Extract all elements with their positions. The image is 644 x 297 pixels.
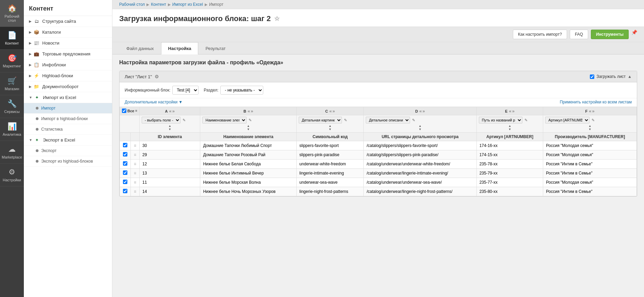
row-handle-cell[interactable]: ≡ bbox=[131, 169, 140, 178]
sidebar-item-marketplace[interactable]: ☁ Marketplace bbox=[0, 141, 24, 164]
nav-item-import-excel[interactable]: ▼ ✦ Импорт из Excel bbox=[24, 92, 112, 103]
scroll-left-btn[interactable]: « bbox=[329, 109, 332, 114]
row-checkbox[interactable] bbox=[123, 143, 127, 147]
breadcrumb-desktop[interactable]: Рабочий стол bbox=[119, 2, 145, 7]
scroll-right-btn[interactable]: » bbox=[592, 109, 595, 114]
tab-result[interactable]: Результат bbox=[198, 42, 233, 54]
nav-item-catalogs[interactable]: ▶ 📦 Каталоги bbox=[24, 27, 112, 38]
sidebar-item-desktop[interactable]: 🏠 Рабочий стол bbox=[0, 0, 24, 27]
nav-item-documents[interactable]: ▶ 📁 Документооборот bbox=[24, 81, 112, 92]
row-checkbox[interactable] bbox=[123, 170, 127, 175]
row-checkbox[interactable] bbox=[123, 161, 127, 166]
scroll-left-btn[interactable]: « bbox=[169, 109, 171, 114]
nav-item-infoblocks[interactable]: ▶ 📋 Инфоблоки bbox=[24, 60, 112, 70]
col-b-edit-btn[interactable]: ✎ bbox=[248, 118, 253, 123]
col-f-edit-btn[interactable]: ✎ bbox=[591, 118, 596, 123]
row-handle-cell[interactable]: ≡ bbox=[131, 160, 140, 169]
all-header: Все ≡ bbox=[120, 107, 140, 115]
breadcrumb-import-excel[interactable]: Импорт из Excel bbox=[172, 2, 203, 7]
nav-item-news[interactable]: ▶ 📰 Новости bbox=[24, 38, 112, 49]
nav-item-export-excel[interactable]: ▼ ✦ Экспорт в Excel bbox=[24, 135, 112, 146]
row-checkbox[interactable] bbox=[123, 180, 127, 184]
nav-up-icon[interactable]: ▲ bbox=[419, 124, 422, 128]
highload-icon: ⚡ bbox=[33, 73, 40, 78]
nav-down-icon[interactable]: ▼ bbox=[329, 128, 332, 131]
scroll-right-btn[interactable]: » bbox=[251, 109, 253, 114]
sheet-gear-icon[interactable]: ⚙ bbox=[155, 74, 159, 79]
nav-down-icon[interactable]: ▼ bbox=[247, 128, 250, 131]
additional-settings-link[interactable]: Дополнительные настройки ▼ bbox=[125, 100, 183, 104]
row-handle-cell[interactable]: ≡ bbox=[131, 141, 140, 150]
scroll-right-btn[interactable]: » bbox=[423, 109, 425, 114]
mapping-col-c: Детальная картинк ✎ ▲ ▼ bbox=[297, 115, 364, 133]
how-to-button[interactable]: Как настроить импорт? bbox=[513, 30, 567, 39]
row-checkbox-cell[interactable] bbox=[120, 150, 131, 160]
scroll-right-btn[interactable]: » bbox=[512, 109, 515, 114]
nav-down-icon[interactable]: ▼ bbox=[588, 128, 592, 131]
row-checkbox-cell[interactable] bbox=[120, 169, 131, 178]
tab-settings[interactable]: Настройка bbox=[161, 42, 199, 54]
sidebar-item-marketing[interactable]: 🎯 Маркетинг bbox=[0, 50, 24, 72]
col-e-edit-btn[interactable]: ✎ bbox=[523, 118, 529, 123]
row-checkbox[interactable] bbox=[123, 152, 127, 156]
row-handle-cell[interactable]: ≡ bbox=[131, 178, 140, 187]
nav-item-statistics[interactable]: Статистика bbox=[24, 124, 112, 135]
collapse-icon[interactable]: ▲ bbox=[628, 74, 632, 79]
sidebar-item-services[interactable]: 🔧 Сервисы bbox=[0, 95, 24, 118]
sidebar-item-settings[interactable]: ⚙ Настройки bbox=[0, 164, 24, 186]
col-c-edit-btn[interactable]: ✎ bbox=[343, 118, 348, 123]
col-d-select[interactable]: Детальное описание bbox=[366, 117, 410, 123]
info-block-select[interactable]: Test [4] bbox=[172, 86, 199, 95]
col-e-select[interactable]: Путь из названий р bbox=[479, 117, 522, 123]
tab-file-data[interactable]: Файл данных bbox=[119, 42, 161, 54]
col-f-select[interactable]: Артикул [ARTNUMBE bbox=[545, 117, 590, 123]
row-article: 174-16-xx bbox=[476, 141, 543, 150]
scroll-right-btn[interactable]: » bbox=[332, 109, 335, 114]
favorite-star-icon[interactable]: ☆ bbox=[274, 15, 280, 22]
nav-up-icon[interactable]: ▲ bbox=[168, 124, 171, 128]
section-label: Раздел: bbox=[204, 88, 218, 93]
col-d-edit-btn[interactable]: ✎ bbox=[411, 118, 416, 123]
tools-button[interactable]: Инструменты bbox=[591, 30, 629, 39]
nav-item-export-highload[interactable]: Экспорт из highload-блоков bbox=[24, 156, 112, 167]
nav-up-icon[interactable]: ▲ bbox=[329, 124, 332, 128]
nav-item-trade-offers[interactable]: ▶ 💼 Торговые предложения bbox=[24, 49, 112, 60]
section-select[interactable]: - не указывать - bbox=[220, 86, 263, 95]
pin-icon[interactable]: 📌 bbox=[631, 30, 637, 39]
nav-item-import-highload[interactable]: Импорт в highload-блоки bbox=[24, 114, 112, 124]
row-checkbox[interactable] bbox=[123, 189, 127, 193]
nav-up-icon[interactable]: ▲ bbox=[508, 124, 512, 128]
row-handle-cell[interactable]: ≡ bbox=[131, 150, 140, 160]
scroll-left-btn[interactable]: « bbox=[419, 109, 422, 114]
nav-up-icon[interactable]: ▲ bbox=[588, 124, 592, 128]
nav-item-structure[interactable]: ▶ 🗂 Структура сайта bbox=[24, 16, 112, 27]
nav-item-import[interactable]: Импорт bbox=[24, 103, 112, 114]
select-all-checkbox[interactable] bbox=[122, 109, 126, 113]
scroll-left-btn[interactable]: « bbox=[248, 109, 250, 114]
breadcrumb-content[interactable]: Контент bbox=[151, 2, 166, 7]
row-handle-cell[interactable]: ≡ bbox=[131, 187, 140, 196]
row-checkbox-cell[interactable] bbox=[120, 178, 131, 187]
row-checkbox-cell[interactable] bbox=[120, 160, 131, 169]
nav-up-icon[interactable]: ▲ bbox=[247, 124, 250, 128]
col-a-select[interactable]: - выбрать поле - bbox=[142, 117, 180, 123]
apply-all-link[interactable]: Применить настройки ко всем листам bbox=[560, 100, 632, 104]
col-c-select[interactable]: Детальная картинк bbox=[299, 117, 342, 123]
nav-down-icon[interactable]: ▼ bbox=[168, 128, 171, 131]
scroll-right-btn[interactable]: » bbox=[172, 109, 175, 114]
col-a-edit-btn[interactable]: ✎ bbox=[182, 118, 187, 123]
scroll-left-btn[interactable]: « bbox=[589, 109, 591, 114]
nav-item-export[interactable]: Экспорт bbox=[24, 146, 112, 156]
row-checkbox-cell[interactable] bbox=[120, 141, 131, 150]
sheet-load-checkbox[interactable] bbox=[590, 75, 594, 79]
nav-down-icon[interactable]: ▼ bbox=[508, 128, 512, 131]
sidebar-item-content[interactable]: 📄 Контент bbox=[0, 27, 24, 50]
nav-item-highload[interactable]: ▶ ⚡ Highload-блоки bbox=[24, 70, 112, 81]
row-checkbox-cell[interactable] bbox=[120, 187, 131, 196]
faq-button[interactable]: FAQ bbox=[570, 30, 588, 39]
sidebar-item-analytics[interactable]: 📊 Аналитика bbox=[0, 118, 24, 141]
col-b-select[interactable]: Наименование элем bbox=[202, 117, 247, 123]
scroll-left-btn[interactable]: « bbox=[509, 109, 511, 114]
sidebar-item-shop[interactable]: 🛒 Магазин bbox=[0, 72, 24, 95]
nav-down-icon[interactable]: ▼ bbox=[419, 128, 422, 131]
